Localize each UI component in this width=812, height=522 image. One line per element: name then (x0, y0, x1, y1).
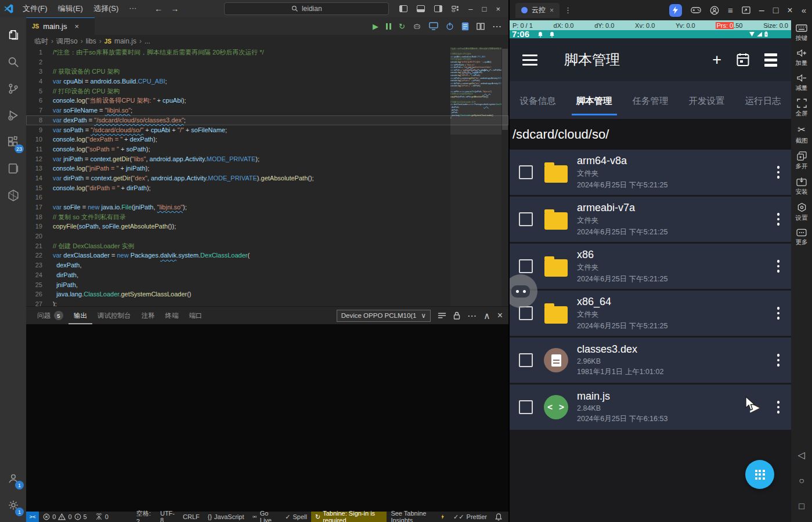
panel-tab-终端[interactable]: 终端 (160, 307, 184, 324)
explorer-icon[interactable] (0, 22, 26, 49)
emulator-maximize-button[interactable]: □ (773, 5, 779, 16)
accounts-icon[interactable]: 1 (0, 465, 26, 492)
language-status[interactable]: {}JavaScript (204, 512, 248, 522)
run-script-icon[interactable]: ▶ (373, 22, 378, 31)
run-debug-icon[interactable] (0, 102, 26, 129)
panel-maximize-icon[interactable]: ∧ (483, 310, 490, 321)
menu-item[interactable]: 文件(F) (17, 3, 53, 14)
app-tab-运行日志[interactable]: 运行日志 (744, 85, 782, 115)
device-select[interactable]: Device OPPO PCLM10(1 ∨ (337, 310, 431, 322)
current-path[interactable]: /sdcard/cloud/so/ (510, 119, 791, 150)
file-row-arm64-v8a[interactable]: arm64-v8a文件夹2024年6月25日 下午5:21:25 (510, 150, 791, 195)
breadcrumb-item[interactable]: 临时 (34, 37, 48, 46)
tabnine-insights-button[interactable]: See Tabnine Insights (387, 512, 449, 522)
code-editor[interactable]: 1/*注意：由于so库释放需要时间，脚本结束后需要再间隔 20秒后再次运行 */… (26, 48, 508, 306)
menu-item[interactable]: 选择(S) (88, 3, 124, 14)
menu-item[interactable]: ··· (124, 3, 142, 14)
floating-action-button[interactable] (745, 460, 774, 489)
indent-status[interactable]: 空格: 2 (132, 512, 156, 522)
panel-tab-输出[interactable]: 输出 (68, 307, 92, 324)
minimap-slider[interactable] (450, 48, 501, 135)
history-forward-button[interactable]: → (171, 4, 179, 13)
add-script-icon[interactable]: + (712, 52, 721, 68)
breadcrumb[interactable]: 临时›调用so›libs›JSmain.js›... (26, 35, 508, 48)
sidebar-tool-全屏[interactable]: 全屏 (796, 99, 808, 118)
android-screen[interactable]: P: 0 / 1dX: 0.0dY: 0.0Xv: 0.0Yv: 0.0Prs:… (510, 20, 791, 522)
file-menu-icon[interactable] (775, 398, 782, 416)
panel-close-icon[interactable]: × (497, 310, 503, 321)
toggle-panel-icon[interactable] (417, 5, 425, 12)
extensions-icon[interactable]: 23 (0, 129, 26, 155)
file-checkbox[interactable] (519, 165, 533, 179)
file-checkbox[interactable] (519, 259, 533, 273)
panel-more-icon[interactable]: ⋯ (467, 310, 477, 321)
emulator-close-button[interactable]: × (787, 5, 792, 16)
encoding-status[interactable]: UTF-8 (156, 512, 179, 522)
maximize-button[interactable]: □ (482, 5, 487, 13)
file-menu-icon[interactable] (775, 258, 782, 275)
panel-tab-问题[interactable]: 问题5 (32, 307, 68, 324)
file-checkbox[interactable] (519, 353, 533, 367)
panel-tab-调试控制台[interactable]: 调试控制台 (92, 307, 136, 324)
file-menu-icon[interactable] (775, 351, 782, 369)
panel-tab-端口[interactable]: 端口 (184, 307, 208, 324)
file-row-x86[interactable]: x86文件夹2024年6月25日 下午5:21:25 (510, 244, 791, 289)
sidebar-tool-加量[interactable]: 加量 (796, 49, 808, 67)
command-search-box[interactable]: leidian (224, 2, 389, 15)
robot-assistant-icon[interactable] (413, 22, 421, 31)
history-back-button[interactable]: ← (154, 4, 163, 13)
remote-indicator[interactable]: >< (26, 512, 39, 522)
notifications-bell-icon[interactable] (491, 512, 506, 522)
file-row-classes3.dex[interactable]: classes3.dex2.96KB1981年1月1日 上午1:01:02 (510, 338, 791, 383)
drawer-menu-icon[interactable] (522, 55, 537, 66)
sidebar-tool-多开[interactable]: 多开 (796, 151, 808, 171)
panel-tab-注释[interactable]: 注释 (136, 307, 160, 324)
tabnine-signin-badge[interactable]: ↻Tabnine: Sign-in is required (311, 512, 387, 522)
go-live-button[interactable]: Go Live (248, 512, 281, 522)
editor-scrollbar[interactable] (501, 48, 508, 306)
settings-gear-icon[interactable]: 1 (0, 492, 26, 519)
output-console[interactable] (26, 324, 508, 512)
app-tab-开发设置[interactable]: 开发设置 (688, 85, 726, 115)
emulator-menu-icon[interactable]: ≡ (728, 5, 733, 15)
file-row-x86_64[interactable]: x86_64文件夹2024年6月25日 下午5:21:25 (510, 291, 791, 336)
boost-icon[interactable] (669, 4, 682, 17)
nav-recents-button[interactable]: □ (799, 501, 804, 512)
problems-status[interactable]: 0 0 5 (39, 512, 91, 522)
app-tab-设备信息[interactable]: 设备信息 (519, 85, 557, 115)
prettier-status[interactable]: ✓✓Prettier (449, 512, 491, 522)
sort-list-icon[interactable] (764, 53, 777, 67)
collapse-sidebar-icon[interactable]: « (802, 5, 806, 15)
breadcrumb-item[interactable]: 调用so (56, 37, 78, 46)
sidebar-tool-安装[interactable]: 安装 (796, 177, 808, 196)
search-sidebar-icon[interactable] (0, 49, 26, 75)
tab-main-js[interactable]: JS main.js × (26, 17, 95, 35)
customize-layout-icon[interactable] (452, 5, 459, 13)
instance-close-icon[interactable]: × (550, 6, 554, 14)
emulator-tab[interactable]: 云控 × (515, 3, 560, 18)
file-checkbox[interactable] (519, 306, 533, 320)
schedule-icon[interactable] (737, 53, 749, 67)
file-row-armeabi-v7a[interactable]: armeabi-v7a文件夹2024年6月25日 下午5:21:25 (510, 197, 791, 242)
breadcrumb-item[interactable]: ... (145, 37, 150, 45)
lock-icon[interactable] (453, 311, 460, 320)
emulator-minimize-button[interactable]: – (759, 5, 764, 16)
file-menu-icon[interactable] (775, 211, 782, 228)
breadcrumb-item[interactable]: main.js (114, 37, 136, 45)
close-button[interactable]: × (496, 5, 500, 13)
pause-icon[interactable] (386, 23, 391, 30)
split-editor-icon[interactable] (477, 23, 485, 30)
breadcrumb-item[interactable]: libs (86, 37, 96, 45)
package-explorer-icon[interactable] (0, 182, 26, 209)
file-menu-icon[interactable] (775, 164, 782, 181)
more-actions-icon[interactable]: ⋯ (492, 21, 501, 32)
menu-item[interactable]: 编辑(E) (53, 3, 88, 14)
app-tab-任务管理[interactable]: 任务管理 (631, 85, 670, 115)
word-wrap-icon[interactable] (438, 312, 446, 319)
gamepad-icon[interactable] (691, 6, 701, 14)
nav-home-button[interactable]: ○ (799, 476, 804, 486)
spell-status[interactable]: ✓Spell (281, 512, 311, 522)
sidebar-tool-更多[interactable]: 更多 (796, 229, 808, 246)
resize-window-icon[interactable] (742, 6, 750, 14)
cast-status[interactable]: 0 (91, 512, 113, 522)
